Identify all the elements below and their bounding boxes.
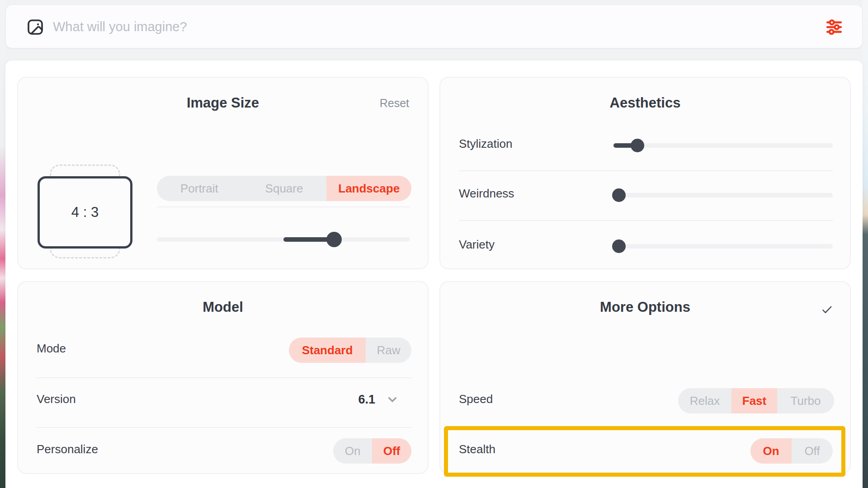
panel-aesthetics: Aesthetics Stylization Weirdness Variety bbox=[439, 77, 851, 269]
slider-knob[interactable] bbox=[612, 239, 626, 253]
stealth-label: Stealth bbox=[459, 443, 495, 455]
speed-label: Speed bbox=[459, 393, 493, 405]
speed-toggle: Relax Fast Turbo bbox=[678, 388, 834, 413]
divider bbox=[459, 220, 833, 221]
speed-option-relax[interactable]: Relax bbox=[678, 388, 731, 413]
image-size-title: Image Size bbox=[18, 96, 428, 110]
slider-knob[interactable] bbox=[631, 139, 644, 152]
speed-option-turbo[interactable]: Turbo bbox=[777, 388, 834, 413]
prompt-bar bbox=[5, 5, 863, 48]
check-icon[interactable] bbox=[820, 303, 834, 316]
version-label: Version bbox=[37, 393, 76, 405]
weirdness-slider[interactable] bbox=[613, 193, 833, 197]
model-title: Model bbox=[18, 300, 428, 314]
image-size-slider[interactable] bbox=[157, 237, 410, 242]
personalize-option-on[interactable]: On bbox=[333, 438, 372, 464]
stylization-label: Stylization bbox=[459, 138, 513, 150]
mode-label: Mode bbox=[37, 343, 66, 354]
stealth-option-on[interactable]: On bbox=[750, 438, 792, 464]
settings-modal: Image Size Reset 4 : 3 Portrait Square L… bbox=[5, 61, 863, 488]
stealth-option-off[interactable]: Off bbox=[792, 438, 833, 464]
more-options-title: More Options bbox=[440, 300, 850, 314]
version-value[interactable]: 6.1 bbox=[358, 394, 375, 406]
speed-option-fast[interactable]: Fast bbox=[731, 388, 777, 413]
mode-toggle: Standard Raw bbox=[289, 338, 411, 363]
variety-label: Variety bbox=[459, 239, 495, 250]
prompt-input[interactable] bbox=[53, 13, 799, 40]
divider bbox=[459, 170, 833, 171]
orientation-option-portrait[interactable]: Portrait bbox=[157, 176, 242, 201]
aesthetics-title: Aesthetics bbox=[440, 96, 850, 110]
chevron-down-icon[interactable] bbox=[385, 392, 400, 407]
orientation-option-square[interactable]: Square bbox=[242, 176, 327, 201]
image-icon[interactable] bbox=[26, 18, 44, 36]
divider bbox=[157, 206, 410, 207]
aspect-ratio-preview[interactable]: 4 : 3 bbox=[38, 176, 132, 249]
slider-knob[interactable] bbox=[326, 232, 342, 247]
panel-model: Model Mode Standard Raw Version 6.1 Pers… bbox=[17, 281, 429, 474]
panel-image-size: Image Size Reset 4 : 3 Portrait Square L… bbox=[17, 77, 429, 269]
variety-slider[interactable] bbox=[613, 244, 833, 249]
weirdness-label: Weirdness bbox=[459, 188, 514, 199]
aspect-ratio-label: 4 : 3 bbox=[71, 204, 99, 221]
slider-knob[interactable] bbox=[612, 188, 626, 202]
personalize-label: Personalize bbox=[37, 443, 98, 455]
mode-option-standard[interactable]: Standard bbox=[289, 338, 366, 363]
stealth-toggle: On Off bbox=[750, 438, 833, 464]
orientation-option-landscape[interactable]: Landscape bbox=[326, 176, 411, 201]
divider bbox=[37, 377, 411, 378]
stylization-slider[interactable] bbox=[613, 143, 833, 148]
divider bbox=[37, 427, 411, 428]
personalize-option-off[interactable]: Off bbox=[372, 438, 411, 464]
panel-more-options: More Options Speed Relax Fast Turbo Stea… bbox=[439, 281, 851, 474]
sliders-icon[interactable] bbox=[825, 18, 844, 37]
background-image-strip-right bbox=[862, 0, 868, 488]
personalize-toggle: On Off bbox=[333, 438, 411, 464]
reset-button[interactable]: Reset bbox=[380, 98, 409, 109]
mode-option-raw[interactable]: Raw bbox=[366, 338, 411, 363]
orientation-toggle: Portrait Square Landscape bbox=[157, 176, 411, 201]
